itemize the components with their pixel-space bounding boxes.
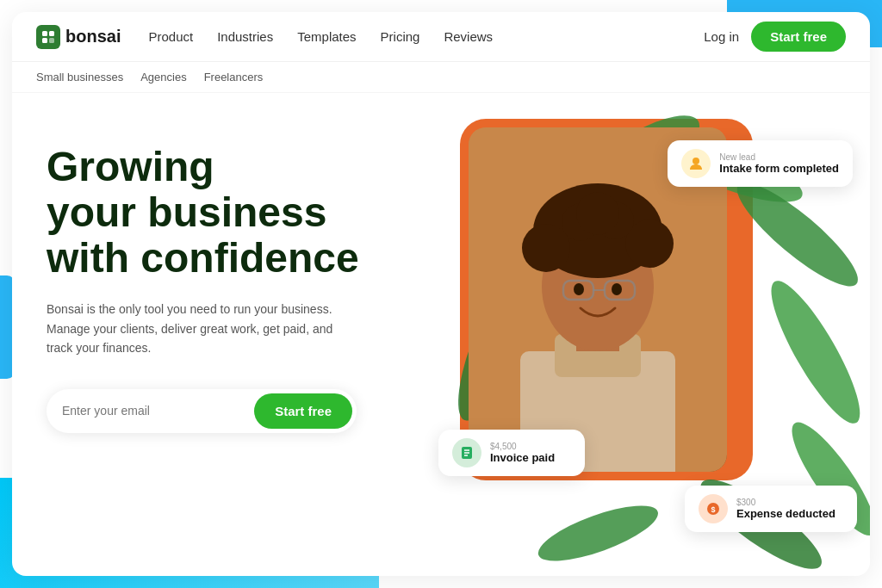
nav-templates[interactable]: Templates (297, 29, 356, 44)
notif-invoice-card: $4,500 Invoice paid (438, 430, 585, 476)
svg-point-31 (693, 158, 699, 164)
email-input[interactable] (62, 404, 254, 418)
email-input-row: Start free (47, 389, 357, 433)
notif-lead-icon (681, 149, 711, 178)
nav-industries[interactable]: Industries (217, 29, 273, 44)
svg-point-21 (522, 224, 570, 272)
notif-invoice-label: $4,500 (490, 442, 555, 451)
main-card: bonsai Product Industries Templates Pric… (12, 12, 870, 576)
nav-pricing[interactable]: Pricing (381, 29, 420, 44)
expense-icon: $ (705, 501, 721, 517)
sub-nav: Small businesses Agencies Freelancers (12, 62, 870, 93)
hero-title: Growing your business with confidence (47, 145, 417, 281)
invoice-icon (459, 445, 475, 461)
svg-rect-3 (49, 38, 54, 43)
nav-reviews[interactable]: Reviews (444, 29, 493, 44)
notif-invoice-value: Invoice paid (490, 451, 555, 464)
bonsai-logo-svg (40, 29, 56, 45)
notif-lead-label: New lead (719, 152, 839, 162)
login-button[interactable]: Log in (704, 29, 739, 44)
logo-icon (36, 25, 60, 49)
svg-point-10 (532, 494, 664, 572)
svg-point-29 (574, 283, 584, 295)
sub-nav-freelancers[interactable]: Freelancers (204, 71, 264, 84)
logo-text: bonsai (65, 27, 121, 46)
header: bonsai Product Industries Templates Pric… (12, 12, 870, 62)
notif-expense-text: $300 Expense deducted (736, 498, 835, 520)
main-nav: Product Industries Templates Pricing Rev… (148, 29, 493, 44)
svg-point-9 (757, 271, 870, 432)
notif-lead-text: New lead Intake form completed (719, 152, 839, 175)
hero-section: Growing your business with confidence Bo… (12, 93, 870, 575)
start-free-hero-button[interactable]: Start free (254, 393, 352, 429)
notif-expense-value: Expense deducted (736, 507, 835, 520)
hero-right: New lead Intake form completed $4,500 (417, 93, 870, 575)
notif-lead-value: Intake form completed (719, 162, 839, 175)
hero-title-line2: your business (47, 189, 326, 235)
sub-nav-agencies[interactable]: Agencies (140, 71, 186, 84)
person-icon (688, 156, 704, 171)
hero-title-line1: Growing (47, 144, 214, 189)
start-free-header-button[interactable]: Start free (751, 22, 846, 52)
svg-text:$: $ (711, 505, 715, 514)
svg-rect-2 (42, 38, 47, 43)
hero-left: Growing your business with confidence Bo… (12, 93, 417, 575)
hero-title-line3: with confidence (47, 235, 359, 281)
notif-expense-icon: $ (699, 494, 728, 523)
notif-lead-card: New lead Intake form completed (668, 140, 853, 187)
notif-expense-label: $300 (736, 498, 835, 507)
svg-rect-1 (49, 31, 54, 36)
nav-product[interactable]: Product (148, 29, 193, 44)
hero-subtitle: Bonsai is the only tool you need to run … (47, 300, 339, 357)
sub-nav-small-businesses[interactable]: Small businesses (36, 71, 123, 84)
svg-rect-0 (42, 31, 47, 36)
logo[interactable]: bonsai (36, 25, 121, 49)
notif-invoice-icon (452, 438, 481, 467)
notif-expense-card: $ $300 Expense deducted (685, 486, 857, 532)
svg-point-30 (612, 283, 622, 295)
notif-invoice-text: $4,500 Invoice paid (490, 442, 555, 464)
svg-point-25 (576, 192, 619, 235)
